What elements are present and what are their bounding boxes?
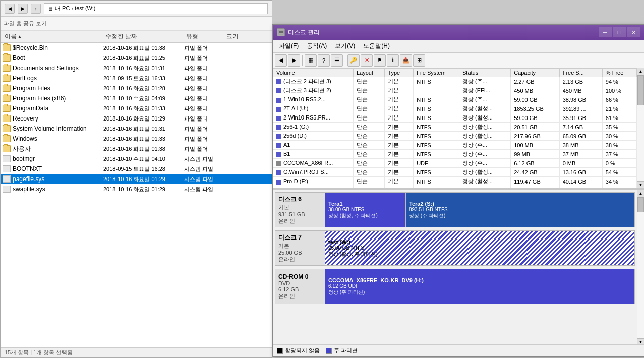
scroll-thumb[interactable]	[637, 75, 644, 105]
table-row[interactable]: (디스크 3 파티션 2)단순기본정상 (EFI...450 MB450 MB1…	[273, 86, 637, 95]
disk-scroll-up[interactable]: ▲	[637, 190, 644, 197]
list-item[interactable]: Documents and Settings2018-10-16 화요일 01:…	[1, 63, 272, 73]
list-item[interactable]: pagefile.sys2018-10-16 화요일 01:29시스템 파일	[1, 174, 272, 184]
table-row[interactable]: G.Win7.PRO.FS...단순기본NTFS정상 (활성...24.42 G…	[273, 168, 637, 177]
list-item[interactable]: 사용자2018-10-16 화요일 01:38파일 폴더	[1, 144, 272, 154]
sys-file-icon	[3, 155, 11, 162]
menu-file[interactable]: 파일(F)	[275, 41, 303, 51]
table-scrollbar[interactable]: ▲ ▼	[637, 68, 644, 188]
table-cell: 단순	[353, 104, 384, 113]
key-btn[interactable]: 🔑	[347, 54, 360, 67]
disk-scroll-thumb[interactable]	[637, 197, 644, 212]
table-row[interactable]: 256d (D:)단순기본NTFS정상 (활성...217.96 GB65.09…	[273, 132, 637, 141]
list-item[interactable]: swapfile.sys2018-10-16 화요일 01:29시스템 파일	[1, 184, 272, 194]
list-item[interactable]: bootmgr2018-10-10 수요일 04:10시스템 파일	[1, 154, 272, 164]
legend-unallocated: 할당되지 않음	[277, 347, 320, 354]
col-name[interactable]: 이름 ▲	[1, 31, 101, 42]
menu-action[interactable]: 동작(A)	[303, 41, 331, 51]
menu-help[interactable]: 도움말(H)	[359, 41, 394, 51]
table-row[interactable]: (디스크 2 파티션 3)단순기본NTFS정상 (주...2.27 GB2.13…	[273, 77, 637, 86]
flag-btn[interactable]: ⚑	[374, 54, 386, 67]
partition[interactable]: Tera1 38.00 GB NTFS 정상 (활성, 주 파티션)	[325, 193, 406, 227]
table-cell: 기본	[385, 159, 414, 168]
table-cell: 정상 (활성...	[459, 113, 510, 123]
table-row[interactable]: 2-Win10.RS5.PR...단순기본NTFS정상 (활성...59.00 …	[273, 113, 637, 123]
file-date: 2018-10-16 화요일 01:33	[103, 135, 184, 143]
view-btn[interactable]: ▦	[305, 54, 317, 67]
disk-row: CD-ROM 0 DVD 6.12 GB 온라인 CCCOMA_X86FRE_K…	[275, 269, 635, 304]
table-cell: 37 %	[602, 150, 636, 159]
file-date: 2018-10-16 화요일 01:38	[103, 145, 184, 153]
file-name: swapfile.sys	[13, 186, 103, 193]
forward-btn[interactable]: ▶	[288, 54, 300, 67]
view2-btn[interactable]: ☰	[331, 54, 343, 67]
file-name: pagefile.sys	[13, 175, 103, 183]
table-cell: 35 %	[602, 123, 636, 132]
file-date: 2018-10-16 화요일 01:31	[103, 65, 184, 72]
table-row[interactable]: 1-Win10.RS5.2...단순기본NTFS정상 (주...59.00 GB…	[273, 95, 637, 104]
volumes-table-area[interactable]: Volume Layout Type File System Status Ca…	[273, 68, 637, 188]
table-cell: 38.98 GB	[559, 95, 602, 104]
list-item[interactable]: Windows2018-10-16 화요일 01:33파일 폴더	[1, 134, 272, 144]
table-row[interactable]: Pro-D (F:)단순기본NTFS정상 (활성...119.47 GB40.1…	[273, 177, 637, 186]
col-date[interactable]: 수정한 날짜	[101, 31, 182, 42]
help-btn[interactable]: ?	[318, 54, 330, 67]
file-type: 파일 폴더	[184, 95, 224, 102]
table-cell: 119.47 GB	[511, 177, 560, 186]
th-volume[interactable]: Volume	[273, 69, 354, 77]
address-bar[interactable]: 🖥 내 PC › test (W:)	[44, 3, 268, 14]
table-row[interactable]: 256-1 (G:)단순기본NTFS정상 (활성...20.51 GB7.14 …	[273, 123, 637, 132]
list-item[interactable]: Program Files2018-10-16 화요일 01:28파일 폴더	[1, 83, 272, 93]
back-button[interactable]: ◀	[5, 4, 15, 14]
disk-type: DVD	[278, 280, 322, 286]
forward-button[interactable]: ▶	[18, 4, 28, 14]
delete-btn[interactable]: ✕	[361, 54, 373, 67]
list-item[interactable]: $Recycle.Bin2018-10-16 화요일 01:38파일 폴더	[1, 43, 272, 53]
back-btn[interactable]: ◀	[275, 54, 287, 67]
list-item[interactable]: ProgramData2018-10-16 화요일 01:33파일 폴더	[1, 103, 272, 113]
list-item[interactable]: Recovery2018-10-16 화요일 01:29파일 폴더	[1, 113, 272, 124]
disk-row: 디스크 7 기본 25.00 GB 온라인 test (W:) 25.00 GB…	[275, 230, 635, 266]
col-type[interactable]: 유형	[182, 31, 222, 42]
partition[interactable]: test (W:) 25.00 GB NTFS 정상 (활성, 주 파티션)	[325, 231, 634, 265]
grid-btn[interactable]: ⊞	[413, 54, 425, 67]
scroll-up-btn[interactable]: ▲	[637, 68, 644, 75]
export-btn[interactable]: 📤	[400, 54, 412, 67]
list-item[interactable]: Program Files (x86)2018-10-10 수요일 04:09파…	[1, 93, 272, 103]
th-free[interactable]: Free S...	[559, 69, 602, 77]
table-row[interactable]: 2T-All (U:)단순기본NTFS정상 (활성...1853.25 GB39…	[273, 104, 637, 113]
list-item[interactable]: PerfLogs2018-09-15 토요일 16:33파일 폴더	[1, 73, 272, 83]
menu-view[interactable]: 보기(V)	[331, 41, 359, 51]
table-row[interactable]: CCCOMA_X86FR...단순기본UDF정상 (주...6.12 GB0 M…	[273, 159, 637, 168]
minimize-button[interactable]: ─	[599, 27, 612, 37]
th-status[interactable]: Status	[459, 69, 510, 77]
close-button[interactable]: ✕	[627, 27, 640, 37]
file-name: ProgramData	[13, 105, 103, 112]
list-item[interactable]: System Volume Information2018-10-16 화요일 …	[1, 124, 272, 134]
list-item[interactable]: BOOTNXT2018-09-15 토요일 16:28시스템 파일	[1, 164, 272, 174]
th-capacity[interactable]: Capacity	[511, 69, 560, 77]
th-layout[interactable]: Layout	[353, 69, 384, 77]
table-cell	[414, 86, 459, 95]
list-item[interactable]: Boot2018-10-16 화요일 01:25파일 폴더	[1, 53, 272, 63]
up-button[interactable]: ↑	[31, 4, 41, 14]
th-fs[interactable]: File System	[414, 69, 459, 77]
table-row[interactable]: A1단순기본NTFS정상 (주...100 MB38 MB38 %	[273, 141, 637, 150]
table-cell: 24.42 GB	[511, 168, 560, 177]
table-cell: 기본	[385, 168, 414, 177]
th-type[interactable]: Type	[385, 69, 414, 77]
maximize-button[interactable]: □	[613, 27, 626, 37]
table-row[interactable]: B1단순기본NTFS정상 (주...99 MB37 MB37 %	[273, 150, 637, 159]
col-size[interactable]: 크기	[222, 31, 253, 42]
partition[interactable]: Tera2 (S:) 893.51 GB NTFS 정상 (주 파티션)	[406, 193, 634, 227]
table-cell: NTFS	[414, 113, 459, 123]
info-btn[interactable]: ℹ	[387, 54, 399, 67]
disk-partitions: test (W:) 25.00 GB NTFS 정상 (활성, 주 파티션)	[325, 230, 635, 266]
table-cell: 34 %	[602, 177, 636, 186]
partition[interactable]: CCCOMA_X86FRE_KO-KR_DV9 (H:) 6.12 GB UDF…	[325, 269, 634, 304]
scroll-down-btn[interactable]: ▼	[637, 181, 644, 188]
th-pct[interactable]: % Free	[602, 69, 636, 77]
disk-scrollbar[interactable]: ▲ ▼	[637, 190, 644, 345]
table-cell: B1	[273, 150, 354, 159]
file-name: bootmgr	[13, 155, 103, 162]
